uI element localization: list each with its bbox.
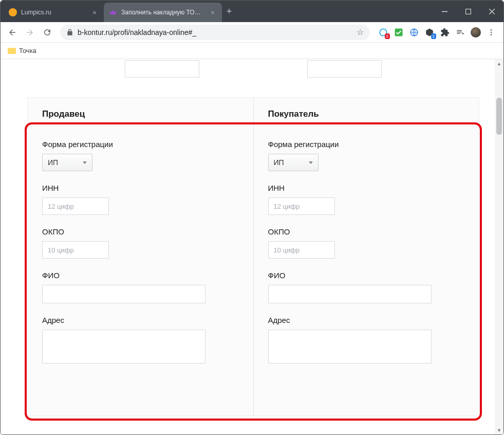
bookmark-item[interactable]: Точка xyxy=(19,47,36,55)
seller-inn-label: ИНН xyxy=(42,184,240,192)
buyer-fio-input[interactable] xyxy=(268,285,432,303)
close-icon[interactable]: × xyxy=(90,8,99,16)
seller-okpo-input[interactable] xyxy=(42,241,109,259)
avatar[interactable] xyxy=(471,27,481,38)
back-button[interactable] xyxy=(5,25,20,40)
extensions: 2 1 xyxy=(375,27,499,38)
close-button[interactable] xyxy=(480,1,503,22)
folder-icon xyxy=(8,48,16,54)
tab-title: Заполнить накладную ТОРГ-12 xyxy=(121,9,204,16)
buyer-reg-value: ИП xyxy=(274,158,284,167)
ext-box-icon[interactable]: 1 xyxy=(424,27,435,38)
url-text: b-kontur.ru/profi/nakladnaya-online#_ xyxy=(78,28,196,37)
seller-inn-input[interactable] xyxy=(42,197,109,215)
seller-addr-input[interactable] xyxy=(42,330,206,364)
new-tab-button[interactable]: + xyxy=(222,1,236,22)
svg-rect-1 xyxy=(465,9,471,14)
buyer-okpo-input[interactable] xyxy=(268,241,335,259)
svg-rect-5 xyxy=(395,28,403,36)
minimize-button[interactable] xyxy=(433,1,456,22)
tab-nakladnaya[interactable]: Заполнить накладную ТОРГ-12 × xyxy=(104,3,222,22)
tab-lumpics[interactable]: Lumpics.ru × xyxy=(4,3,104,22)
page-content: Продавец Форма регистрации ИП ИНН xyxy=(1,59,495,434)
maximize-button[interactable] xyxy=(456,1,480,22)
buyer-reg-select[interactable]: ИП xyxy=(268,154,319,171)
scroll-down-icon[interactable]: ▼ xyxy=(495,426,503,434)
toolbar: b-kontur.ru/profi/nakladnaya-online#_ ☆ … xyxy=(1,22,503,43)
seller-reg-value: ИП xyxy=(48,158,58,167)
browser-window: Lumpics.ru × Заполнить накладную ТОРГ-12… xyxy=(0,0,504,435)
window-controls xyxy=(433,1,503,22)
seller-title: Продавец xyxy=(42,109,240,119)
ext-check-icon[interactable] xyxy=(394,27,404,38)
top-input-2[interactable] xyxy=(307,60,382,78)
svg-point-9 xyxy=(491,34,492,35)
ext-ghostery-icon[interactable]: 2 xyxy=(378,27,388,38)
menu-icon[interactable] xyxy=(486,27,496,38)
buyer-title: Покупатель xyxy=(268,109,466,119)
scroll-up-icon[interactable]: ▲ xyxy=(495,59,503,68)
titlebar: Lumpics.ru × Заполнить накладную ТОРГ-12… xyxy=(1,1,503,22)
buyer-addr-input[interactable] xyxy=(268,330,432,364)
seller-reg-select[interactable]: ИП xyxy=(42,154,92,171)
reload-button[interactable] xyxy=(40,25,55,40)
seller-addr-label: Адрес xyxy=(42,316,240,324)
favicon-lumpics xyxy=(9,8,17,16)
buyer-fio-label: ФИО xyxy=(268,271,466,280)
ext-badge: 2 xyxy=(385,33,390,39)
forward-button[interactable] xyxy=(22,25,38,40)
tab-title: Lumpics.ru xyxy=(21,9,86,16)
bookmarks-bar: Точка xyxy=(1,43,503,59)
seller-column: Продавец Форма регистрации ИП ИНН xyxy=(28,98,253,415)
ext-puzzle-icon[interactable] xyxy=(440,27,450,38)
buyer-inn-input[interactable] xyxy=(268,197,335,215)
ext-globe-icon[interactable] xyxy=(409,27,419,38)
buyer-okpo-label: ОКПО xyxy=(268,227,466,236)
seller-reg-label: Форма регистрации xyxy=(42,140,240,149)
ext-playlist-icon[interactable] xyxy=(455,27,465,38)
viewport: Продавец Форма регистрации ИП ИНН xyxy=(1,59,503,434)
top-inputs-row xyxy=(27,60,479,78)
lock-icon xyxy=(66,29,73,36)
buyer-reg-label: Форма регистрации xyxy=(268,140,466,149)
seller-fio-label: ФИО xyxy=(42,271,240,280)
seller-okpo-label: ОКПО xyxy=(42,227,240,236)
svg-point-7 xyxy=(491,29,492,31)
ext-badge: 1 xyxy=(431,33,436,39)
chevron-down-icon xyxy=(83,161,87,164)
buyer-column: Покупатель Форма регистрации ИП ИНН xyxy=(254,98,479,415)
chevron-down-icon xyxy=(309,161,313,164)
form-card: Продавец Форма регистрации ИП ИНН xyxy=(27,97,479,416)
svg-point-8 xyxy=(491,31,492,33)
scroll-track[interactable] xyxy=(495,68,503,426)
url-bar[interactable]: b-kontur.ru/profi/nakladnaya-online#_ ☆ xyxy=(60,25,370,40)
scroll-thumb[interactable] xyxy=(496,98,502,135)
scrollbar[interactable]: ▲ ▼ xyxy=(495,59,503,434)
buyer-addr-label: Адрес xyxy=(268,316,466,324)
top-input-1[interactable] xyxy=(125,60,199,78)
favicon-crown xyxy=(109,8,117,16)
buyer-inn-label: ИНН xyxy=(268,184,466,192)
close-icon[interactable]: × xyxy=(209,8,217,16)
seller-fio-input[interactable] xyxy=(42,285,206,303)
star-icon[interactable]: ☆ xyxy=(357,27,364,37)
